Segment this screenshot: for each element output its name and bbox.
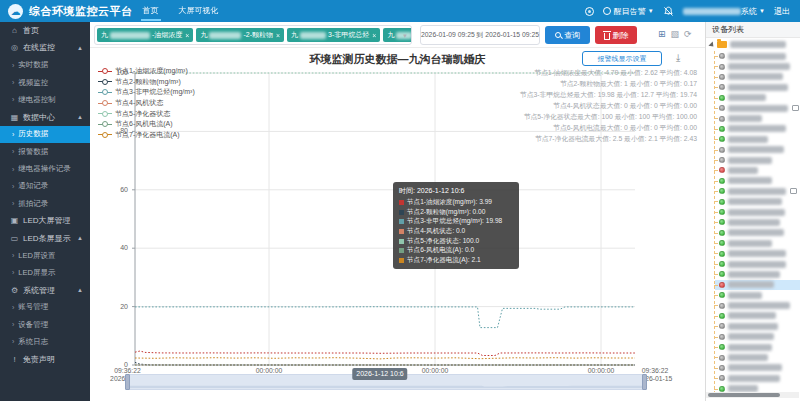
close-icon[interactable]: × [185, 32, 189, 39]
sidebar-item-menu[interactable]: ›实时数据 [0, 57, 90, 74]
device-item[interactable] [715, 373, 800, 383]
device-item[interactable] [715, 196, 800, 206]
device-item[interactable] [715, 238, 800, 248]
device-item[interactable] [715, 228, 800, 238]
selected-node-tag[interactable]: 九-2-颗粒物× [196, 28, 284, 42]
device-item[interactable] [715, 352, 800, 362]
device-status-green-icon [719, 271, 725, 277]
delete-button[interactable]: 删除 [595, 26, 637, 44]
device-item[interactable] [715, 61, 800, 71]
legend-item[interactable]: 节点5-净化器状态 [98, 108, 195, 119]
node-multiselect[interactable]: 九-油烟浓度×九-2-颗粒物×九3-非甲烷总烃×九▼ [94, 25, 412, 45]
legend-item[interactable]: 节点3-非甲烷总烃(mg/m³) [98, 87, 195, 98]
datazoom-handle-right[interactable] [642, 374, 647, 390]
device-item[interactable] [715, 300, 800, 310]
logout-button[interactable]: 退出 [774, 6, 790, 17]
device-item[interactable] [715, 259, 800, 269]
sidebar-item-menu[interactable]: ›LED屏显示 [0, 264, 90, 281]
horizontal-scrollbar[interactable] [706, 392, 799, 398]
device-item[interactable] [715, 134, 800, 144]
device-item[interactable] [715, 269, 800, 279]
redacted-group-name [730, 41, 786, 48]
device-item[interactable] [715, 311, 800, 321]
sidebar-item-menu[interactable]: ▦数据中心▲ [0, 108, 90, 125]
device-tree-root[interactable] [706, 38, 800, 51]
redacted-device-name [728, 94, 766, 101]
sidebar-item-menu[interactable]: ›视频监控 [0, 74, 90, 91]
device-item[interactable] [715, 82, 800, 92]
device-panel-title: 设备列表 [706, 22, 800, 38]
alarm-line-settings-button[interactable]: 报警线显示设置 [582, 51, 662, 66]
main-content: 九-油烟浓度×九-2-颗粒物×九3-非甲烷总烃×九▼ 2026-01-09 09… [90, 22, 705, 401]
legend-marker-icon [98, 134, 112, 135]
legend-item[interactable]: 节点2-颗粒物(mg/m³) [98, 77, 195, 88]
bell-muted-icon[interactable] [663, 6, 674, 17]
alarm-dropdown[interactable]: 醒目告警 ▼ [603, 6, 654, 17]
refresh-icon[interactable]: ⟳ [684, 29, 692, 39]
device-item[interactable] [715, 155, 800, 165]
sidebar-item-menu[interactable]: ›设备管理 [0, 316, 90, 333]
chart-legend: 节点1-油烟浓度(mg/m³)节点2-颗粒物(mg/m³)节点3-非甲烷总烃(m… [98, 66, 195, 140]
datazoom-handle-left[interactable] [125, 374, 130, 390]
device-item[interactable] [715, 176, 800, 186]
sidebar-item-menu[interactable]: ›继电器控制 [0, 91, 90, 108]
legend-item[interactable]: 节点4-风机状态 [98, 98, 195, 109]
message-icon[interactable] [585, 7, 594, 16]
selected-node-tag[interactable]: 九3-非甲烷总烃× [287, 28, 380, 42]
device-item[interactable] [715, 290, 800, 300]
table-view-icon[interactable]: ⊞ [658, 29, 666, 39]
device-item[interactable] [715, 51, 800, 61]
device-item[interactable] [715, 207, 800, 217]
device-item[interactable] [715, 72, 800, 82]
close-icon[interactable]: × [372, 32, 376, 39]
close-icon[interactable]: × [276, 32, 280, 39]
device-item[interactable] [715, 165, 800, 175]
device-item[interactable] [715, 93, 800, 103]
device-item[interactable] [715, 103, 800, 113]
sidebar-item-active[interactable]: ›历史数据 [0, 126, 90, 143]
sidebar-item-menu[interactable]: ◎在线监控▲ [0, 39, 90, 56]
sidebar-item-menu[interactable]: ⌂首页 [0, 22, 90, 39]
sidebar-item-menu[interactable]: ▣LED大屏管理 [0, 212, 90, 229]
download-icon[interactable]: ⤓ [676, 52, 680, 64]
device-item[interactable] [715, 332, 800, 342]
device-item[interactable] [715, 113, 800, 123]
sidebar-item-menu[interactable]: ⚙系统管理▲ [0, 281, 90, 298]
device-item[interactable] [715, 321, 800, 331]
redacted-device-name [728, 53, 786, 60]
sidebar-item-menu[interactable]: ›账号管理 [0, 299, 90, 316]
device-item[interactable] [715, 363, 800, 373]
device-item[interactable] [715, 145, 800, 155]
legend-marker-icon [98, 103, 112, 104]
device-item[interactable] [715, 186, 800, 196]
date-range-input[interactable]: 2026-01-09 09:25 到 2026-01-15 09:25 [420, 25, 540, 45]
sidebar-item-menu[interactable]: ›通知记录 [0, 178, 90, 195]
device-item[interactable] [715, 248, 800, 258]
chevron-right-icon: › [12, 148, 14, 155]
redacted-device-name [728, 364, 782, 371]
selected-node-tag[interactable]: 九-油烟浓度× [97, 28, 193, 42]
device-status-green-icon [719, 188, 725, 194]
tab-home[interactable]: 首页 [133, 0, 169, 22]
sidebar-item-menu[interactable]: !免责声明 [0, 351, 90, 368]
device-item[interactable] [715, 217, 800, 227]
query-button[interactable]: 查询 [545, 26, 590, 44]
scrollbar-thumb[interactable] [708, 393, 780, 397]
device-item-selected[interactable] [715, 280, 800, 290]
sidebar-item-menu[interactable]: ›报警数据 [0, 143, 90, 160]
menu-icon: ! [9, 355, 20, 364]
tab-bigscreen[interactable]: 大屏可视化 [169, 0, 229, 22]
device-item[interactable] [715, 124, 800, 134]
sidebar-item-menu[interactable]: ›抓拍记录 [0, 195, 90, 212]
user-menu[interactable]: 系统 ▼ [683, 6, 765, 17]
image-view-icon[interactable]: ▧ [671, 29, 680, 39]
legend-item[interactable]: 节点1-油烟浓度(mg/m³) [98, 66, 195, 77]
sidebar-item-menu[interactable]: ›继电器操作记录 [0, 160, 90, 177]
legend-item[interactable]: 节点6-风机电流(A) [98, 119, 195, 130]
sidebar-item-menu[interactable]: ▭LED条屏显示▲ [0, 230, 90, 247]
device-item[interactable] [715, 342, 800, 352]
legend-item[interactable]: 节点7-净化器电流(A) [98, 130, 195, 141]
redacted-device-name [728, 209, 785, 216]
sidebar-item-menu[interactable]: ›系统日志 [0, 333, 90, 350]
sidebar-item-menu[interactable]: ›LED屏设置 [0, 247, 90, 264]
